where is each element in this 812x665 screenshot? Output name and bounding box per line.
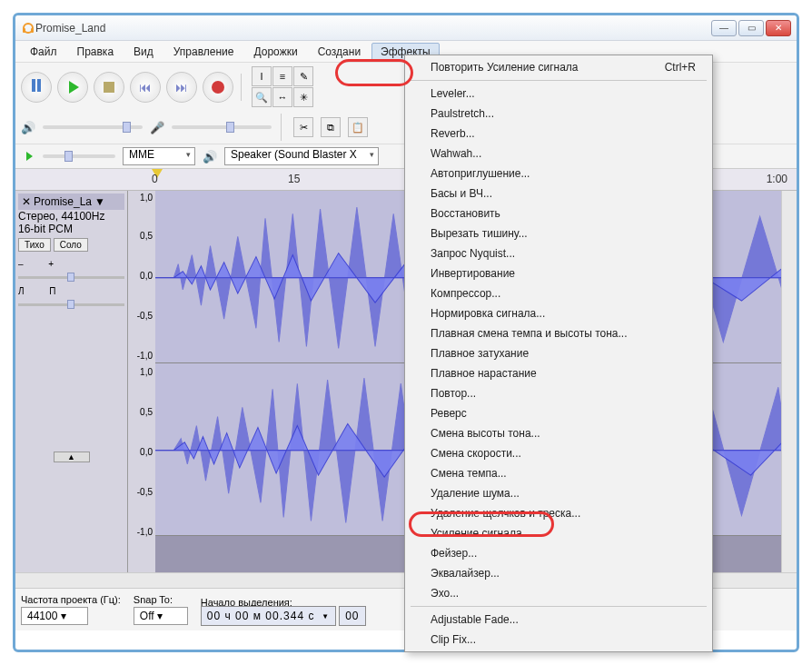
effect-item[interactable]: Смена высоты тона... (405, 423, 712, 443)
mute-button[interactable]: Тихо (18, 238, 51, 252)
effect-item[interactable]: Смена скорости... (405, 443, 712, 463)
effect-item[interactable]: Нормировка сигнала... (405, 303, 712, 323)
effect-item[interactable]: Эквалайзер... (405, 563, 712, 583)
vertical-scrollbar[interactable] (781, 191, 797, 572)
effect-item[interactable]: Повтор... (405, 383, 712, 403)
output-speaker-icon: 🔊 (203, 150, 217, 164)
collapse-button[interactable]: ▲ (54, 452, 90, 462)
meter-slider[interactable] (43, 154, 115, 158)
effect-item[interactable]: Leveler... (405, 84, 712, 104)
project-rate-input[interactable]: 44100 ▾ (21, 607, 88, 625)
menu-file[interactable]: Файл (21, 43, 66, 61)
track-close-icon[interactable]: ✕ (22, 195, 31, 208)
selection-start-input[interactable]: 00 ч 00 м 00.344 с ▾ (201, 606, 336, 626)
app-icon (21, 21, 35, 35)
paste-icon[interactable]: 📋 (348, 117, 368, 137)
menu-view[interactable]: Вид (124, 43, 163, 61)
effect-item[interactable]: Автоприглушение... (405, 164, 712, 184)
svg-rect-2 (31, 28, 34, 33)
window-title: Promise_Land (35, 22, 711, 35)
record-button[interactable] (203, 72, 233, 103)
meter-play-icon[interactable] (21, 149, 35, 164)
tick-60: 1:00 (767, 173, 787, 185)
menu-generate[interactable]: Создани (309, 43, 370, 61)
multi-tool-icon[interactable]: ✳ (293, 87, 313, 107)
tick-0: 0 (152, 173, 158, 185)
record-volume-icon: 🎤 (150, 121, 164, 134)
snap-label: Snap To: (134, 594, 188, 605)
draw-tool-icon[interactable]: ✎ (293, 66, 313, 86)
effect-item[interactable]: Запрос Nyquist... (405, 243, 712, 263)
menu-tracks[interactable]: Дорожки (245, 43, 307, 61)
effect-item[interactable]: Adjustable Fade... (405, 610, 712, 630)
effects-menu: Повторить Усиление сигнала Ctrl+R Levele… (404, 55, 713, 652)
effect-item[interactable]: Инвертирование (405, 263, 712, 283)
tick-15: 15 (288, 173, 300, 185)
project-rate-label: Частота проекта (Гц): (21, 594, 121, 605)
playback-volume-slider[interactable] (43, 125, 143, 129)
titlebar: Promise_Land — ▭ ✕ (15, 15, 797, 41)
effect-item[interactable]: Вырезать тишину... (405, 223, 712, 243)
effect-item[interactable]: Reverb... (405, 124, 712, 144)
minimize-button[interactable]: — (711, 20, 737, 36)
menu-transport[interactable]: Управление (164, 43, 243, 61)
shortcut-text: Ctrl+R (665, 61, 696, 74)
copy-icon[interactable]: ⧉ (321, 117, 341, 137)
pause-button[interactable] (21, 72, 52, 103)
record-volume-slider[interactable] (172, 125, 272, 129)
effect-item[interactable]: Удаление шума... (405, 483, 712, 503)
envelope-tool-icon[interactable]: ≡ (272, 66, 292, 86)
edit-tools: I ≡ ✎ 🔍 ↔ ✳ (252, 66, 313, 107)
effect-item[interactable]: Смена темпа... (405, 463, 712, 483)
effect-item[interactable]: Компрессор... (405, 283, 712, 303)
maximize-button[interactable]: ▭ (738, 20, 764, 36)
effect-item[interactable]: Удаление щелчков и треска... (405, 503, 712, 523)
menu-edit[interactable]: Правка (68, 43, 124, 61)
cut-icon[interactable]: ✂ (293, 117, 313, 137)
track-bits: 16-bit PCM (18, 223, 124, 235)
effect-item[interactable]: Плавное нарастание (405, 363, 712, 383)
track-format: Стерео, 44100Hz (18, 210, 124, 223)
zoom-tool-icon[interactable]: 🔍 (252, 87, 272, 107)
track-menu-icon[interactable]: ▼ (94, 195, 105, 208)
effect-item[interactable]: Реверс (405, 403, 712, 423)
menu-repeat-effect[interactable]: Повторить Усиление сигнала Ctrl+R (405, 57, 712, 77)
host-value: MME (129, 148, 154, 161)
host-dropdown[interactable]: MME (123, 147, 195, 165)
play-button[interactable] (57, 72, 88, 103)
output-value: Speaker (Sound Blaster X (231, 148, 357, 161)
selection-end-input[interactable]: 00 (339, 606, 365, 626)
track-name[interactable]: Promise_La (34, 195, 92, 208)
effect-item[interactable]: Басы и ВЧ... (405, 184, 712, 203)
snap-dropdown[interactable]: Off ▾ (134, 607, 188, 625)
selection-tool-icon[interactable]: I (252, 66, 272, 86)
svg-rect-1 (23, 28, 25, 33)
effect-item[interactable]: Paulstretch... (405, 104, 712, 124)
effect-item[interactable]: Фейзер... (405, 543, 712, 563)
stop-button[interactable] (94, 72, 124, 103)
effect-item[interactable]: Усиление сигнала... (405, 523, 712, 543)
gain-slider[interactable] (18, 276, 124, 279)
skip-end-button[interactable]: ⏭ (166, 72, 197, 103)
playback-volume-icon: 🔊 (21, 121, 35, 134)
solo-button[interactable]: Соло (54, 238, 88, 252)
output-dropdown[interactable]: Speaker (Sound Blaster X (224, 147, 379, 165)
effect-item[interactable]: Восстановить (405, 203, 712, 223)
effect-item[interactable]: Плавное затухание (405, 343, 712, 363)
close-button[interactable]: ✕ (766, 20, 791, 36)
timeshift-tool-icon[interactable]: ↔ (272, 87, 292, 107)
effect-item[interactable]: Wahwah... (405, 144, 712, 164)
effect-item[interactable]: Эхо... (405, 583, 712, 603)
amplitude-ruler: 1,0 0,5 0,0 -0,5 -1,0 1,0 0,5 0,0 -0,5 -… (128, 191, 155, 572)
skip-start-button[interactable]: ⏮ (130, 72, 161, 103)
track-control-panel: ✕ Promise_La ▼ Стерео, 44100Hz 16-bit PC… (15, 191, 128, 572)
effect-item[interactable]: Плавная смена темпа и высоты тона... (405, 323, 712, 343)
effect-item[interactable]: Clip Fix... (405, 630, 712, 650)
pan-slider[interactable] (18, 303, 124, 306)
